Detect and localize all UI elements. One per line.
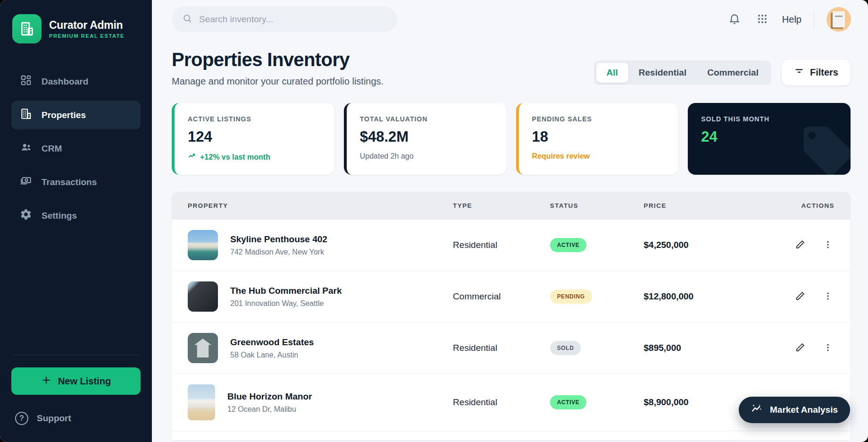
market-analysis-button[interactable]: Market Analysis	[739, 397, 850, 423]
row-actions	[754, 238, 835, 253]
page-subtitle: Manage and monitor your curated portfoli…	[172, 76, 384, 87]
help-link[interactable]: Help	[782, 14, 801, 25]
sidebar: Curator Admin PREMIUM REAL ESTATE Dashbo…	[0, 0, 152, 442]
sidebar-item-label: Settings	[42, 211, 77, 221]
notifications-button[interactable]	[726, 11, 743, 28]
app-window: Curator Admin PREMIUM REAL ESTATE Dashbo…	[0, 0, 868, 442]
dashboard-grid-icon	[20, 74, 32, 89]
property-address: 58 Oak Lane, Austin	[230, 351, 314, 359]
property-name: Greenwood Estates	[230, 337, 314, 348]
property-cell: Greenwood Estates 58 Oak Lane, Austin	[188, 333, 453, 363]
sidebar-nav: Dashboard Properties CRM Transactions Se…	[11, 67, 141, 230]
property-address: 12 Ocean Dr, Malibu	[227, 405, 312, 414]
more-options-button[interactable]	[821, 238, 835, 253]
more-options-button[interactable]	[821, 289, 835, 304]
column-header-property: PROPERTY	[188, 202, 453, 209]
status-cell: ACTIVE	[550, 395, 644, 409]
brand-logo: Curator Admin PREMIUM REAL ESTATE	[11, 12, 141, 45]
sidebar-item-dashboard[interactable]: Dashboard	[11, 67, 141, 96]
tab-commercial[interactable]: Commercial	[697, 63, 769, 83]
stat-card-total-valuation: TOTAL VALUATION $48.2M Updated 2h ago	[344, 103, 507, 175]
property-type: Commercial	[453, 291, 550, 302]
kebab-menu-icon	[823, 291, 833, 302]
search-input[interactable]	[199, 14, 387, 25]
page-content: Properties Inventory Manage and monitor …	[152, 37, 868, 440]
stat-card-sold-this-month: SOLD THIS MONTH 24	[688, 103, 851, 175]
stat-label: ACTIVE LISTINGS	[188, 115, 321, 123]
pencil-icon	[795, 291, 805, 302]
edit-button[interactable]	[793, 238, 807, 253]
brand-text: Curator Admin PREMIUM REAL ESTATE	[49, 19, 125, 39]
stat-subtext: Updated 2h ago	[360, 152, 493, 161]
topbar: Help	[152, 0, 868, 37]
page-header: Properties Inventory Manage and monitor …	[172, 49, 851, 87]
property-thumbnail	[188, 333, 218, 363]
topbar-right: Help	[726, 7, 851, 32]
stat-card-pending-sales: PENDING SALES 18 Requires review	[516, 103, 679, 175]
stat-subtext: +12% vs last month	[188, 152, 321, 162]
tab-residential[interactable]: Residential	[628, 63, 697, 83]
sidebar-divider	[12, 355, 140, 355]
pencil-icon	[795, 239, 805, 251]
bell-icon	[728, 13, 741, 26]
people-icon	[20, 141, 32, 156]
sidebar-item-properties[interactable]: Properties	[11, 101, 141, 129]
support-label: Support	[37, 413, 71, 424]
edit-button[interactable]	[793, 289, 807, 304]
sidebar-item-label: CRM	[42, 144, 62, 154]
status-badge: SOLD	[550, 341, 581, 355]
sidebar-item-label: Dashboard	[42, 76, 88, 87]
property-address: 201 Innovation Way, Seattle	[230, 299, 342, 308]
filter-lines-icon	[794, 66, 804, 79]
type-filter-tabs: All Residential Commercial	[594, 60, 771, 85]
table-row[interactable]: Skyline Penthouse 402 742 Madison Ave, N…	[172, 219, 851, 271]
more-options-button[interactable]	[821, 341, 835, 356]
apps-menu-button[interactable]	[755, 11, 770, 28]
market-analysis-label: Market Analysis	[770, 405, 838, 415]
stat-card-active-listings: ACTIVE LISTINGS 124 +12% vs last month	[172, 103, 334, 175]
page-title: Properties Inventory	[172, 49, 384, 70]
user-avatar[interactable]	[826, 7, 851, 32]
property-type: Residential	[453, 240, 550, 250]
building-icon	[20, 108, 32, 122]
property-price: $895,000	[644, 343, 754, 353]
property-thumbnail	[188, 281, 218, 312]
column-header-price: PRICE	[644, 202, 754, 209]
property-name: The Hub Commercial Park	[230, 286, 342, 296]
property-cell: Skyline Penthouse 402 742 Madison Ave, N…	[188, 230, 453, 260]
topbar-divider	[814, 10, 814, 29]
sidebar-item-label: Properties	[42, 110, 86, 120]
filters-button[interactable]: Filters	[782, 60, 851, 85]
sidebar-item-crm[interactable]: CRM	[11, 134, 141, 163]
status-cell: ACTIVE	[550, 238, 644, 252]
support-link[interactable]: ? Support	[11, 409, 141, 428]
table-header: PROPERTY TYPE STATUS PRICE ACTIONS	[172, 192, 851, 219]
apps-grid-icon	[757, 13, 768, 26]
plus-icon	[41, 375, 51, 388]
brand-tagline: PREMIUM REAL ESTATE	[49, 33, 125, 39]
property-name: Blue Horizon Manor	[227, 391, 312, 402]
question-circle-icon: ?	[15, 412, 28, 425]
stat-value: $48.2M	[360, 128, 493, 145]
status-cell: SOLD	[550, 341, 644, 355]
edit-button[interactable]	[793, 340, 807, 356]
brand-name: Curator Admin	[49, 19, 125, 32]
column-header-status: STATUS	[550, 202, 644, 209]
property-type: Residential	[453, 397, 550, 408]
column-header-actions: ACTIONS	[754, 202, 835, 209]
property-cell: The Hub Commercial Park 201 Innovation W…	[188, 281, 453, 312]
table-row[interactable]: Greenwood Estates 58 Oak Lane, Austin Re…	[172, 322, 851, 374]
property-price: $4,250,000	[644, 240, 754, 250]
trend-up-icon	[188, 152, 196, 162]
sidebar-item-settings[interactable]: Settings	[11, 201, 141, 230]
page-header-text: Properties Inventory Manage and monitor …	[172, 49, 384, 87]
property-address: 742 Madison Ave, New York	[230, 248, 327, 256]
new-listing-button[interactable]: New Listing	[11, 367, 141, 395]
status-badge: ACTIVE	[550, 238, 587, 252]
property-price: $12,800,000	[644, 291, 754, 302]
tab-all[interactable]: All	[596, 63, 628, 83]
table-row[interactable]: The Hub Commercial Park 201 Innovation W…	[172, 271, 851, 322]
sidebar-item-transactions[interactable]: Transactions	[11, 168, 141, 196]
search-bar[interactable]	[172, 7, 397, 32]
header-controls: All Residential Commercial Filters	[594, 60, 851, 85]
